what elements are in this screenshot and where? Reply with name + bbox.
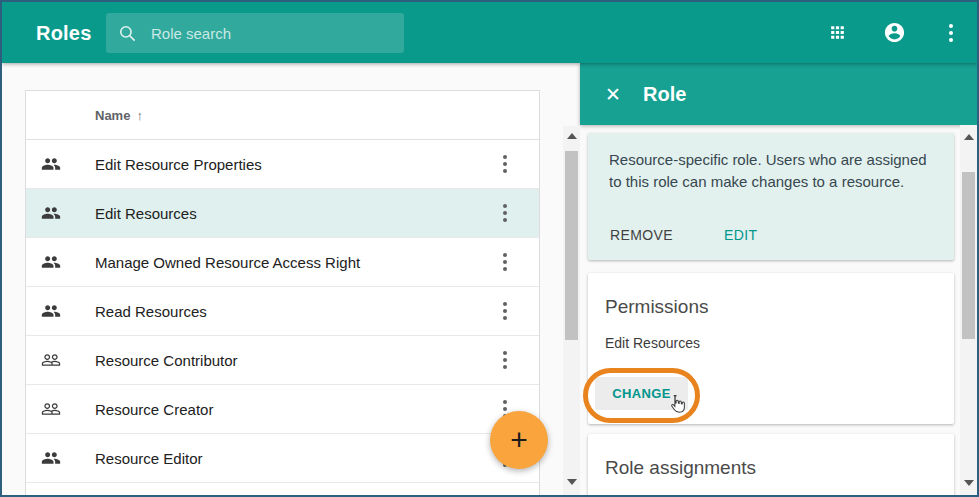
role-name: Resource Contributor [95,352,238,369]
page-title: Roles [36,22,91,45]
permission-value: Edit Resources [605,335,700,351]
remove-button[interactable]: REMOVE [610,227,673,243]
role-name: Edit Resources [95,205,197,222]
search-box[interactable] [106,13,404,53]
permissions-heading: Permissions [605,296,708,318]
account-icon[interactable] [882,21,906,45]
role-name: Edit Resource Properties [95,156,262,173]
people-filled-icon [41,203,61,223]
scroll-up-icon[interactable] [567,133,577,139]
panel-title: Role [643,83,686,106]
search-icon [118,24,137,43]
table-row[interactable]: Edit Resource Properties [26,140,539,189]
role-name: Read Resources [95,303,207,320]
edit-button[interactable]: EDIT [724,227,758,243]
scrollbar-thumb[interactable] [565,151,578,340]
role-description: Resource-specific role. Users who are as… [609,149,943,193]
people-filled-icon [41,154,61,174]
column-header-name[interactable]: Name [95,108,130,123]
close-icon[interactable]: ✕ [601,83,625,106]
table-row-selected[interactable]: Edit Resources [26,189,539,238]
people-filled-icon [41,301,61,321]
role-assignments-card: Role assignments [588,434,954,497]
sort-ascending-icon[interactable]: ↑ [136,108,143,123]
role-assignments-heading: Role assignments [605,457,756,479]
apps-grid-icon[interactable] [825,21,849,45]
role-table: Name ↑ Edit Resource Properties Edit Res… [25,90,540,497]
table-header-row[interactable]: Name ↑ [26,91,539,140]
app-window: Roles Name ↑ Edit Resource Properties [0,0,979,497]
change-button[interactable]: CHANGE [595,377,688,410]
role-detail-panel: ✕ Role Resource-specific role. Users who… [580,63,977,495]
row-overflow-menu-icon[interactable] [493,201,517,225]
scroll-down-icon[interactable] [567,479,577,485]
role-name: Resource Creator [95,401,213,418]
table-row[interactable]: Resource Contributor [26,336,539,385]
app-bar: Roles [2,2,977,63]
permissions-card: Permissions Edit Resources CHANGE [588,273,954,424]
row-overflow-menu-icon[interactable] [493,348,517,372]
search-input[interactable] [149,24,392,43]
table-row[interactable]: Manage Owned Resource Access Right [26,238,539,287]
row-overflow-menu-icon[interactable] [493,299,517,323]
list-scrollbar[interactable] [563,126,580,495]
row-overflow-menu-icon[interactable] [493,152,517,176]
people-filled-icon [41,252,61,272]
scroll-down-icon[interactable] [964,480,974,486]
scrollbar-thumb[interactable] [962,172,975,339]
row-overflow-menu-icon[interactable] [493,250,517,274]
role-name: Resource Editor [95,450,203,467]
table-row[interactable]: Read Resources [26,287,539,336]
table-row[interactable]: Resource Editor [26,434,539,483]
role-description-card: Resource-specific role. Users who are as… [588,133,954,260]
people-outline-icon [41,350,61,370]
scroll-up-icon[interactable] [964,134,974,140]
add-role-button[interactable]: + [490,411,548,469]
app-bar-actions [825,2,963,63]
panel-scrollbar[interactable] [960,125,977,495]
panel-header: ✕ Role [580,63,977,125]
people-filled-icon [41,448,61,468]
role-name: Manage Owned Resource Access Right [95,254,360,271]
role-list-region: Name ↑ Edit Resource Properties Edit Res… [2,63,580,495]
table-row[interactable]: Resource Creator [26,385,539,434]
people-outline-icon [41,399,61,419]
overflow-menu-icon[interactable] [939,21,963,45]
